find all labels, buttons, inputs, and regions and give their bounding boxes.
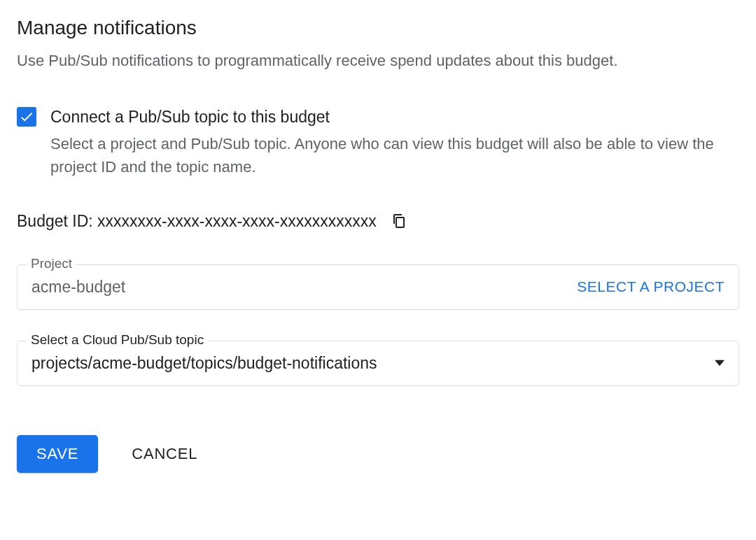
project-field-label: Project	[27, 256, 76, 271]
budget-id-value: xxxxxxxx-xxxx-xxxx-xxxx-xxxxxxxxxxxx	[97, 212, 377, 230]
checkbox-label: Connect a Pub/Sub topic to this budget	[50, 106, 739, 128]
page-title: Manage notifications	[17, 17, 739, 39]
checkbox-description: Select a project and Pub/Sub topic. Anyo…	[50, 132, 739, 178]
topic-field-group: Select a Cloud Pub/Sub topic projects/ac…	[17, 341, 739, 386]
topic-field-label: Select a Cloud Pub/Sub topic	[27, 332, 208, 348]
copy-icon[interactable]	[391, 213, 407, 229]
page-description: Use Pub/Sub notifications to programmati…	[17, 50, 739, 72]
project-field-box: acme-budget SELECT A PROJECT	[17, 264, 739, 310]
chevron-down-icon	[715, 358, 724, 368]
project-field-value: acme-budget	[31, 278, 125, 297]
save-button[interactable]: SAVE	[17, 435, 98, 473]
select-project-button[interactable]: SELECT A PROJECT	[577, 278, 724, 295]
button-row: SAVE CANCEL	[17, 435, 739, 473]
budget-id-label: Budget ID:	[17, 212, 93, 230]
check-icon	[19, 109, 34, 125]
pubsub-checkbox[interactable]	[17, 107, 36, 127]
budget-id-text: Budget ID: xxxxxxxx-xxxx-xxxx-xxxx-xxxxx…	[17, 212, 377, 231]
pubsub-checkbox-row: Connect a Pub/Sub topic to this budget S…	[17, 106, 739, 178]
svg-rect-0	[396, 218, 404, 227]
cancel-button[interactable]: CANCEL	[132, 445, 197, 463]
checkbox-content: Connect a Pub/Sub topic to this budget S…	[50, 106, 739, 178]
project-field-group: Project acme-budget SELECT A PROJECT	[17, 264, 739, 310]
budget-id-row: Budget ID: xxxxxxxx-xxxx-xxxx-xxxx-xxxxx…	[17, 212, 739, 231]
topic-field-value: projects/acme-budget/topics/budget-notif…	[31, 354, 377, 373]
